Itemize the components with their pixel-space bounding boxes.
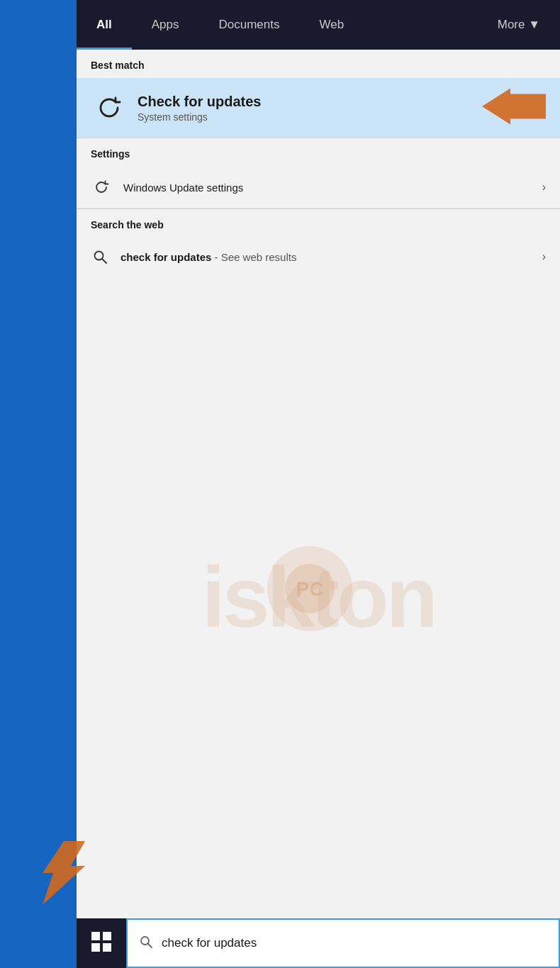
svg-marker-0: [482, 89, 546, 125]
taskbar: check for updates: [77, 918, 560, 968]
windows-update-label: Windows Update settings: [123, 182, 542, 194]
best-match-item[interactable]: Check for updates System settings: [77, 78, 560, 138]
watermark-area: PC iskton: [77, 276, 560, 918]
search-panel: Best match Check for updates System sett…: [77, 50, 560, 918]
tab-all[interactable]: All: [77, 0, 132, 50]
best-match-header: Best match: [77, 50, 560, 78]
search-bar-input[interactable]: check for updates: [162, 936, 547, 950]
start-button[interactable]: [77, 918, 126, 968]
settings-header: Settings: [77, 138, 560, 167]
svg-rect-8: [103, 943, 111, 952]
refresh-icon: [91, 89, 128, 126]
web-search-section: Search the web check for updates - See w…: [77, 209, 560, 276]
tab-web[interactable]: Web: [299, 0, 364, 50]
web-chevron-right-icon: ›: [542, 250, 546, 263]
svg-line-2: [102, 259, 106, 263]
arrow-annotation: [482, 87, 546, 129]
svg-rect-5: [91, 932, 100, 940]
update-settings-icon: [91, 177, 112, 198]
tab-documents[interactable]: Documents: [198, 0, 299, 50]
tab-more[interactable]: More ▼: [478, 0, 560, 50]
search-bar[interactable]: check for updates: [126, 918, 560, 968]
svg-rect-7: [91, 943, 100, 952]
start-icon: [91, 932, 111, 955]
web-search-item[interactable]: check for updates - See web results ›: [77, 238, 560, 276]
search-circle-icon: [91, 247, 109, 266]
svg-line-10: [148, 943, 152, 947]
windows-update-settings-item[interactable]: Windows Update settings ›: [77, 167, 560, 208]
tab-apps[interactable]: Apps: [132, 0, 199, 50]
web-search-header: Search the web: [77, 209, 560, 238]
web-result-label: check for updates - See web results: [121, 251, 542, 263]
watermark-text: iskton: [201, 548, 435, 646]
bottom-arrow-annotation: [21, 838, 92, 911]
chevron-right-icon: ›: [542, 181, 546, 194]
svg-marker-11: [43, 841, 85, 905]
settings-section: Settings Windows Update settings ›: [77, 138, 560, 208]
tab-bar: All Apps Documents Web More ▼: [77, 0, 560, 50]
svg-rect-6: [103, 932, 111, 940]
search-bar-icon: [139, 935, 153, 952]
